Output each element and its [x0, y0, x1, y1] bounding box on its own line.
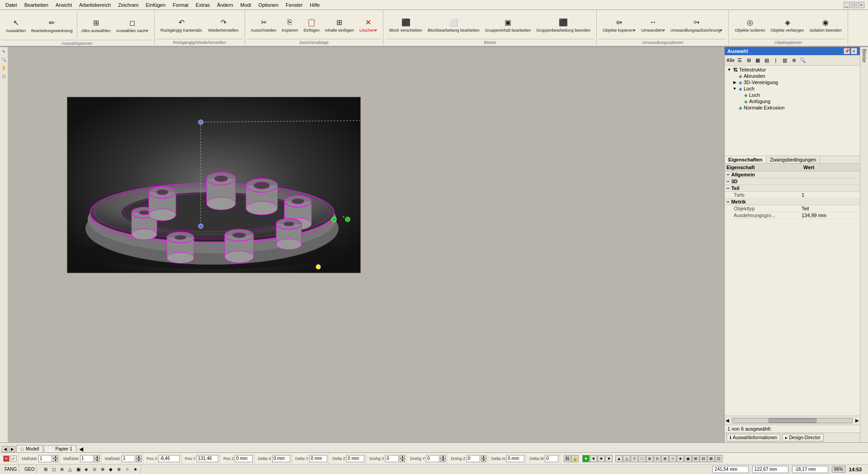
tree-node-loch-parent[interactable]: ▼ ◆ Loch: [731, 85, 859, 92]
sb-icon-8[interactable]: ⊕: [99, 466, 106, 473]
tb-umwandeln[interactable]: ↔ Umwandeln▾: [639, 15, 667, 34]
tb-bearbeitungswerkzeug[interactable]: ✏ Bearbeitungswerkzeug: [29, 16, 75, 35]
rp-icon-5[interactable]: |: [772, 56, 780, 64]
tb-gruppeninhalt[interactable]: ▣ Gruppeninhalt bearbeiten: [483, 15, 533, 34]
bb-deltaw-input[interactable]: [545, 455, 558, 462]
rp-icon-4[interactable]: ▤: [763, 56, 771, 64]
menu-modi[interactable]: Modi: [237, 1, 255, 9]
bb-posy-input[interactable]: [197, 455, 218, 462]
tb-objekte-kopieren[interactable]: ⊞▾ Objekte kopieren▾: [600, 15, 638, 34]
bb-icon-h[interactable]: ☆: [669, 455, 676, 462]
tb-auswaehlen-nach[interactable]: ◻ Auswählen nach▾: [114, 16, 151, 35]
sb-icon-12[interactable]: ★: [132, 466, 139, 473]
bb-icon-l[interactable]: ⊟: [700, 455, 707, 462]
scrollbar-thumb[interactable]: [769, 418, 816, 423]
tree-node-abrunden[interactable]: ◆ Abrunden: [731, 73, 859, 79]
window-close[interactable]: ×: [858, 2, 864, 8]
bb-masstab2-input[interactable]: [80, 455, 94, 462]
menu-aendern[interactable]: Ändern: [213, 1, 236, 9]
expand-abrunden[interactable]: [732, 73, 737, 79]
bb-spin-up-2[interactable]: ▲: [94, 455, 100, 459]
bb-icon-c[interactable]: ◊: [631, 455, 638, 462]
window-minimize[interactable]: _: [844, 2, 850, 8]
tree-node-teilestruktur[interactable]: ▼ 🏗 Teilestruktur: [726, 66, 859, 73]
bb-drehgz-input[interactable]: [467, 455, 480, 462]
tb-einfuegen[interactable]: 📋 Einfügen: [301, 15, 322, 34]
tb-gruppenbearbeitung[interactable]: ⬛ Gruppenbearbeitung beenden: [534, 15, 593, 34]
tb-wiederherstellen[interactable]: ↷ Wiederherstellen: [206, 15, 241, 34]
bb-spin-up-3[interactable]: ▲: [136, 455, 142, 459]
expand-loch-parent[interactable]: ▼: [732, 86, 737, 91]
menu-hilfe[interactable]: Hilfe: [306, 1, 323, 9]
bb-view-4[interactable]: ■: [605, 455, 613, 462]
tree-node-3d-vereinigung[interactable]: ▶ ◆ 3D-Vereinigung: [731, 79, 859, 85]
bb-drehgy-up[interactable]: ▲: [440, 455, 446, 459]
props-section-3d-header[interactable]: − 3D: [725, 178, 860, 185]
canvas-area[interactable]: ×: [8, 47, 724, 442]
bloecke-sidebar[interactable]: Blöcke: [860, 47, 868, 442]
tab-modell[interactable]: ◻ Modell: [16, 445, 43, 452]
tab-nav-left[interactable]: ◀: [2, 446, 8, 452]
bb-posx-input[interactable]: [158, 455, 180, 462]
bb-masstab3-input[interactable]: [122, 455, 135, 462]
tb-kopieren[interactable]: ⎘ Kopieren: [279, 15, 300, 34]
expand-normale-extrusion[interactable]: [732, 105, 737, 110]
tab-eigenschaften[interactable]: Eigenschaften: [725, 156, 766, 163]
bb-icon-e[interactable]: ⊕: [646, 455, 653, 462]
tb-block-verschieben[interactable]: ⬛ Block verschieben: [387, 15, 425, 34]
bb-icon-a[interactable]: ▲: [615, 455, 623, 462]
bb-view-3[interactable]: ■: [598, 455, 605, 462]
props-section-metrik-header[interactable]: − Metrik: [725, 199, 860, 205]
left-tool-2[interactable]: 🔍: [0, 56, 8, 63]
rp-icon-1[interactable]: ☰: [736, 56, 744, 64]
tree-node-loch-child[interactable]: ◆ Loch: [736, 92, 859, 98]
right-panel-scrollbar[interactable]: ◀ ▶: [725, 416, 860, 425]
tab-nav-right[interactable]: ▶: [9, 446, 15, 452]
left-tool-4[interactable]: ◻: [0, 72, 8, 80]
viewport-3d[interactable]: ×: [67, 97, 361, 273]
menu-zeichnen[interactable]: Zeichnen: [114, 1, 142, 9]
tb-auswaehlen[interactable]: ↖ Auswählen: [4, 16, 28, 35]
bb-drehgx-up[interactable]: ▲: [400, 455, 405, 459]
panel-pin-button[interactable]: 📌: [844, 48, 850, 54]
bb-view-1[interactable]: ■: [582, 455, 590, 462]
bb-icon-k[interactable]: ⊞: [692, 455, 699, 462]
menu-fenster[interactable]: Fenster: [282, 1, 306, 9]
tab-zwangsbedingungen[interactable]: Zwangsbedingungen: [766, 156, 820, 163]
bb-drehgx-input[interactable]: [385, 455, 399, 462]
bb-check-btn[interactable]: ✓: [10, 455, 17, 462]
tb-blockbearbeitung[interactable]: ⬜ Blockbearbeitung bearbeiten: [425, 15, 482, 34]
props-section-allgemein-header[interactable]: − Allgemein: [725, 171, 860, 178]
coord-z-value[interactable]: -18,17 mm: [792, 466, 828, 473]
zoom-btn[interactable]: 96%: [832, 466, 845, 473]
tb-rueckgaengig[interactable]: ↶ Rückgängig Kantenabr.: [158, 15, 205, 34]
bb-icon-b[interactable]: △: [623, 455, 630, 462]
panel-close-button[interactable]: ×: [851, 48, 857, 54]
bb-icon-g[interactable]: ⊗: [661, 455, 669, 462]
menu-einfuegen[interactable]: Einfügen: [142, 1, 169, 9]
bb-icon-i[interactable]: ★: [677, 455, 684, 462]
bb-deltay-input[interactable]: [309, 455, 327, 462]
tb-isolation-beenden[interactable]: ◉ Isolation beenden: [807, 15, 844, 34]
bb-icon-d[interactable]: □: [638, 455, 646, 462]
bb-drehgz-up[interactable]: ▲: [481, 455, 486, 459]
tb-inhalte-einfuegen[interactable]: ⊞ Inhalte einfügen: [323, 15, 356, 34]
tb-objekte-verbergen[interactable]: ◈ Objekte verbergen: [769, 15, 807, 34]
sb-icon-9[interactable]: ◆: [107, 466, 114, 473]
sb-icon-5[interactable]: ▣: [75, 466, 82, 473]
tb-loeschen[interactable]: ✕ Löschen▾: [357, 15, 379, 34]
coord-x-value[interactable]: 241,54 mm: [712, 466, 749, 473]
menu-datei[interactable]: Datei: [2, 1, 21, 9]
bb-spin-dn-2[interactable]: ▼: [94, 459, 100, 462]
window-restore[interactable]: □: [851, 2, 857, 8]
rp-search[interactable]: 🔍: [799, 56, 807, 64]
left-tool-1[interactable]: ↖: [0, 48, 8, 55]
sb-icon-2[interactable]: ◻: [50, 466, 57, 473]
auswahlinformationen-btn[interactable]: ℹ Auswahlinformationen: [726, 434, 780, 441]
bb-icon-f[interactable]: ⊙: [654, 455, 661, 462]
sb-icon-3[interactable]: ⊛: [58, 466, 66, 473]
tab-scroll-arrow[interactable]: ◀: [79, 446, 83, 452]
bb-spin-up-1[interactable]: ▲: [53, 455, 58, 459]
expand-anfuegung[interactable]: [737, 99, 743, 104]
tb-umwandlungsaufzeichnung[interactable]: ⟳▾ Umwandlungsaufzeichnung▾: [668, 15, 725, 34]
